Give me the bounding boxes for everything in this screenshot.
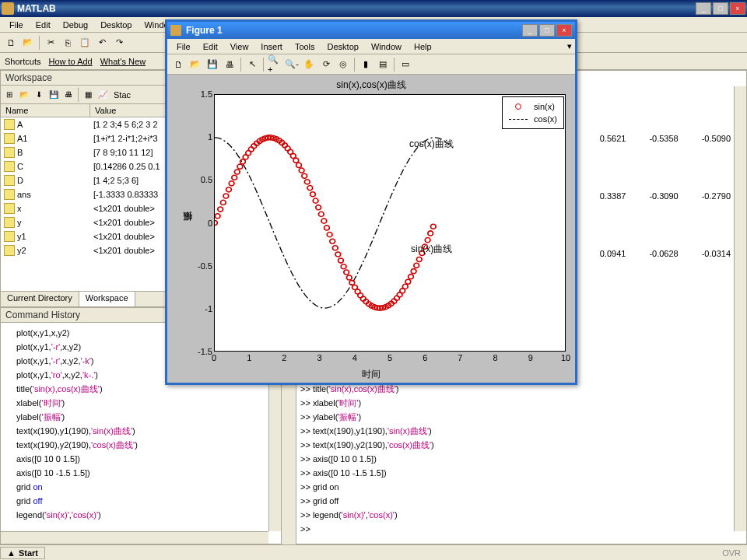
- workspace-var-row[interactable]: y2<1x201 double>: [1, 243, 167, 257]
- fig-menu-file[interactable]: File: [170, 40, 197, 53]
- fig-menu-help[interactable]: Help: [408, 40, 438, 53]
- legend-cos-label: cos(x): [534, 114, 557, 124]
- ws-new-var-icon[interactable]: ⊞: [2, 88, 16, 102]
- figure-minimize-button[interactable]: _: [522, 24, 538, 37]
- undo-icon[interactable]: ↶: [94, 35, 110, 51]
- variable-icon: [4, 147, 15, 158]
- ws-col-name[interactable]: Name: [1, 104, 90, 117]
- workspace-var-row[interactable]: ans[-1.3333 0.83333: [1, 187, 167, 201]
- fig-colorbar-icon[interactable]: ▮: [358, 57, 374, 72]
- command-line[interactable]: >>: [300, 522, 732, 536]
- svg-point-40: [324, 226, 330, 230]
- open-icon[interactable]: 📂: [20, 35, 36, 51]
- workspace-var-row[interactable]: x<1x201 double>: [1, 201, 167, 215]
- history-line[interactable]: text(x(190),y2(190),'cos(x)曲线'): [16, 438, 265, 452]
- menu-debug[interactable]: Debug: [57, 19, 94, 31]
- svg-point-69: [405, 279, 411, 284]
- fig-print-icon[interactable]: 🖶: [222, 57, 237, 72]
- fig-menu-desktop[interactable]: Desktop: [321, 40, 365, 53]
- tab-workspace[interactable]: Workspace: [79, 292, 135, 306]
- cmdwin-scrollbar-v[interactable]: [734, 86, 746, 531]
- command-line[interactable]: >> ylabel('振幅'): [300, 410, 732, 424]
- history-line[interactable]: axis([0 10 -1.5 1.5]): [16, 466, 265, 480]
- menu-file[interactable]: File: [3, 19, 30, 31]
- ws-save-icon[interactable]: 💾: [47, 88, 61, 102]
- command-line[interactable]: >> axis([0 10 -1.5 1.5]): [300, 466, 732, 480]
- workspace-var-row[interactable]: y<1x201 double>: [1, 215, 167, 229]
- workspace-var-row[interactable]: A[1 2 3;4 5 6;2 3 2: [1, 117, 167, 131]
- workspace-var-row[interactable]: B[7 8 9;10 11 12]: [1, 145, 167, 159]
- start-label: Start: [19, 548, 38, 558]
- history-line[interactable]: grid off: [16, 494, 265, 508]
- fig-hide-tools-icon[interactable]: ▭: [398, 57, 413, 72]
- fig-rotate-icon[interactable]: ⟳: [318, 57, 334, 72]
- ws-plot-icon[interactable]: 📈: [96, 88, 110, 102]
- matlab-app-icon: [2, 2, 14, 15]
- menu-edit[interactable]: Edit: [30, 19, 57, 31]
- redo-icon[interactable]: ↷: [111, 35, 127, 51]
- fig-pan-icon[interactable]: ✋: [301, 57, 317, 72]
- command-line[interactable]: >> axis([0 10 0 1.5]): [300, 452, 732, 466]
- plot-area[interactable]: cos(x)曲线 sin(x)曲线: [214, 94, 566, 352]
- fig-datacursor-icon[interactable]: ◎: [335, 57, 351, 72]
- command-line[interactable]: >> legend('sin(x)','cos(x)'): [300, 508, 732, 522]
- fig-menu-view[interactable]: View: [224, 40, 255, 53]
- var-name: C: [17, 162, 23, 171]
- start-button[interactable]: ▲ Start: [0, 547, 45, 559]
- workspace-var-row[interactable]: A1[1+i*1 2-i*1;2+i*3: [1, 131, 167, 145]
- workspace-var-row[interactable]: C[0.14286 0.25 0.1: [1, 159, 167, 173]
- ws-import-icon[interactable]: ⬇: [32, 88, 46, 102]
- svg-point-38: [318, 212, 324, 216]
- workspace-var-row[interactable]: y1<1x201 double>: [1, 229, 167, 243]
- figure-close-button[interactable]: ×: [556, 24, 572, 37]
- shortcut-whats-new[interactable]: What's New: [100, 57, 146, 66]
- command-line[interactable]: >> grid off: [300, 494, 732, 508]
- tab-current-directory[interactable]: Current Directory: [1, 292, 79, 306]
- maximize-button[interactable]: □: [713, 2, 728, 15]
- svg-point-33: [304, 180, 310, 184]
- history-line[interactable]: ylabel('振幅'): [16, 410, 265, 424]
- command-line[interactable]: >> text(x(190),y2(190),'cos(x)曲线'): [300, 438, 732, 452]
- ws-delete-icon[interactable]: ▦: [81, 88, 95, 102]
- fig-zoomout-icon[interactable]: 🔍-: [284, 57, 300, 72]
- ws-open-icon[interactable]: 📂: [17, 88, 31, 102]
- menu-desktop[interactable]: Desktop: [94, 19, 138, 31]
- new-icon[interactable]: 🗋: [3, 35, 19, 51]
- fig-legend-icon[interactable]: ▤: [375, 57, 391, 72]
- figure-maximize-button[interactable]: □: [539, 24, 555, 37]
- minimize-button[interactable]: _: [696, 2, 711, 15]
- fig-menu-edit[interactable]: Edit: [197, 40, 224, 53]
- fig-menu-insert[interactable]: Insert: [254, 40, 289, 53]
- history-line[interactable]: xlabel('时间'): [16, 396, 265, 410]
- figure-titlebar[interactable]: Figure 1 _ □ ×: [167, 22, 575, 39]
- history-line[interactable]: text(x(190),y1(190),'sin(x)曲线'): [16, 424, 265, 438]
- legend[interactable]: sin(x) cos(x): [502, 96, 564, 129]
- cut-icon[interactable]: ✂: [43, 35, 58, 51]
- ws-col-value[interactable]: Value: [90, 104, 167, 117]
- fig-open-icon[interactable]: 📂: [188, 57, 203, 72]
- history-line[interactable]: axis([0 10 0 1.5]): [16, 452, 265, 466]
- ws-print-icon[interactable]: 🖶: [61, 88, 75, 102]
- shortcut-how-to-add[interactable]: How to Add: [48, 57, 92, 66]
- fig-save-icon[interactable]: 💾: [205, 57, 220, 72]
- fig-zoomin-icon[interactable]: 🔍+: [267, 57, 282, 72]
- copy-icon[interactable]: ⎘: [60, 35, 75, 51]
- ytick: 0: [208, 219, 212, 228]
- paste-icon[interactable]: 📋: [77, 35, 93, 51]
- workspace-panel: Workspace ⊞ 📂 ⬇ 💾 🖶 ▦ 📈 Stac Name Value …: [0, 70, 167, 307]
- command-window-body[interactable]: >> title('sin(x),cos(x)曲线')>> xlabel('时间…: [300, 382, 732, 536]
- cmdhist-scrollbar-h[interactable]: [1, 531, 268, 544]
- fig-menu-more-icon[interactable]: ▾: [567, 41, 572, 51]
- command-line[interactable]: >> text(x(190),y1(190),'sin(x)曲线'): [300, 424, 732, 438]
- fig-menu-tools[interactable]: Tools: [289, 40, 321, 53]
- history-line[interactable]: grid on: [16, 480, 265, 494]
- fig-new-icon[interactable]: 🗋: [170, 57, 186, 72]
- command-line[interactable]: >> xlabel('时间'): [300, 396, 732, 410]
- fig-arrow-icon[interactable]: ↖: [244, 57, 260, 72]
- history-line[interactable]: legend('sin(x)','cos(x)'): [16, 508, 265, 522]
- close-button[interactable]: ×: [730, 2, 745, 15]
- workspace-var-row[interactable]: D[1 4;2 5;3 6]: [1, 173, 167, 187]
- command-line[interactable]: >> grid on: [300, 480, 732, 494]
- figure-window[interactable]: Figure 1 _ □ × File Edit View Insert Too…: [165, 19, 577, 385]
- fig-menu-window[interactable]: Window: [365, 40, 408, 53]
